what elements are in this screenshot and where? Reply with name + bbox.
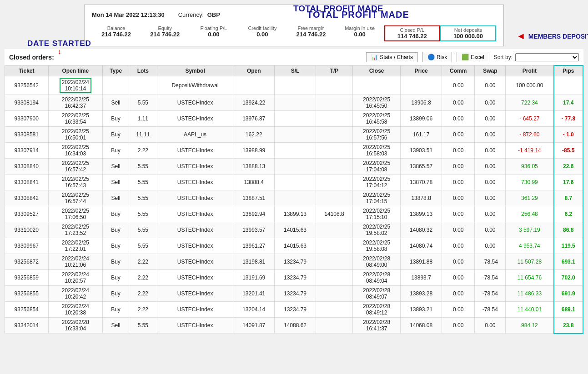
cell-price: 13870.78 (401, 175, 442, 190)
cell-tp (316, 143, 352, 159)
cell-pips: 119.5 (554, 238, 583, 254)
cell-price: 13903.51 (401, 143, 442, 159)
cell-pips: 23.8 (554, 318, 583, 334)
cell-tp: 14108.8 (316, 206, 352, 222)
col-sl: S/L (275, 65, 316, 76)
cell-price: 13893.21 (401, 302, 442, 318)
sort-select[interactable] (515, 53, 579, 61)
cell-profit: 100 000.00 (506, 76, 554, 95)
cell-ticket: 93308194 (5, 95, 49, 111)
top-panel: Mon 14 Mar 2022 12:13:30 Currency: GBP T… (84, 5, 504, 46)
stat-margin-in-use: Margin in use 0.00 (336, 25, 384, 38)
cell-comm: 0.00 (442, 254, 475, 270)
cell-symbol: Deposit/Withdrawal (157, 76, 233, 95)
currency-info: Currency: GBP (178, 11, 220, 18)
cell-type: Buy (103, 222, 129, 238)
table-row: 93308581 2022/02/2516:50:01 Buy 11.11 AA… (5, 127, 583, 143)
cell-tp (316, 254, 352, 270)
cell-open: 13198.81 (233, 254, 275, 270)
cell-close: 2022/02/2816:41:37 (353, 318, 401, 334)
cell-close (353, 76, 401, 95)
currency-label: Currency: (178, 11, 204, 18)
stat-net-deposits: Net deposits 100 000.00 (440, 25, 496, 41)
cell-swap: 0.00 (475, 127, 506, 143)
cell-ticket: 93307900 (5, 111, 49, 127)
cell-close: 2022/02/2808:49:12 (353, 302, 401, 318)
risk-button[interactable]: 🔵 Risk (422, 52, 452, 62)
cell-open-time: 2022/02/2410:20:42 (48, 286, 103, 302)
cell-lots: 2.22 (129, 286, 157, 302)
col-lots: Lots (129, 65, 157, 76)
stats-chart-icon: 📊 (371, 54, 378, 60)
table-row: 93308840 2022/02/2516:57:42 Sell 5.55 US… (5, 159, 583, 175)
table-row: 93309967 2022/02/2517:22:01 Buy 5.55 UST… (5, 238, 583, 254)
table-row: 93308194 2022/02/2516:42:37 Sell 5.55 US… (5, 95, 583, 111)
table-row: 93256859 2022/02/2410:20:57 Buy 2.22 UST… (5, 270, 583, 286)
cell-open-time: 2022/02/2516:33:54 (48, 111, 103, 127)
cell-lots: 5.55 (129, 95, 157, 111)
cell-swap: 0.00 (475, 222, 506, 238)
cell-type: Sell (103, 318, 129, 334)
cell-close: 2022/02/2516:58:03 (353, 143, 401, 159)
cell-profit: 11 440.01 (506, 302, 554, 318)
cell-ticket: 93309967 (5, 238, 49, 254)
stat-floating: Floating P/L 0.00 (189, 25, 238, 38)
col-ticket: Ticket (5, 65, 49, 76)
cell-pips: -85.5 (554, 143, 583, 159)
cell-tp (316, 318, 352, 334)
stats-row: Balance 214 746.22 Equity 214 746.22 Flo… (92, 25, 496, 41)
cell-sl (275, 111, 316, 127)
excel-button[interactable]: 🟩 Excel (457, 52, 489, 62)
cell-close: 2022/02/2516:45:58 (353, 111, 401, 127)
balance-value: 214 746.22 (92, 31, 141, 38)
table-row: 93256855 2022/02/2410:20:42 Buy 2.22 UST… (5, 286, 583, 302)
cell-open: 162.22 (233, 127, 275, 143)
cell-open-time: 2022/02/2516:57:42 (48, 159, 103, 175)
cell-ticket: 93308841 (5, 175, 49, 190)
cell-comm: 0.00 (442, 143, 475, 159)
cell-profit: 11 507.28 (506, 254, 554, 270)
cell-price: 14080.74 (401, 238, 442, 254)
cell-symbol: AAPL_us (157, 127, 233, 143)
cell-sl: 13234.79 (275, 286, 316, 302)
cell-close: 2022/02/2808:49:00 (353, 254, 401, 270)
stat-credit: Credit facility 0.00 (238, 25, 286, 38)
cell-tp (316, 286, 352, 302)
cell-price: 13899.13 (401, 206, 442, 222)
table-row: 93307914 2022/02/2516:34:03 Buy 2.22 UST… (5, 143, 583, 159)
cell-open-time: 2022/02/2410:10:14 (48, 76, 103, 95)
cell-lots: 5.55 (129, 238, 157, 254)
stats-charts-button[interactable]: 📊 Stats / Charts (366, 52, 418, 62)
cell-tp (316, 76, 352, 95)
cell-profit: 3 597.19 (506, 222, 554, 238)
cell-tp (316, 302, 352, 318)
cell-open-time: 2022/02/2517:23:52 (48, 222, 103, 238)
cell-close: 2022/02/2517:15:10 (353, 206, 401, 222)
cell-comm: 0.00 (442, 238, 475, 254)
cell-sl: 14088.62 (275, 318, 316, 334)
cell-lots: 5.55 (129, 206, 157, 222)
cell-profit: 11 654.76 (506, 270, 554, 286)
cell-type: Buy (103, 111, 129, 127)
cell-open: 13191.69 (233, 270, 275, 286)
table-row: 93309527 2022/02/2517:06:50 Buy 5.55 UST… (5, 206, 583, 222)
cell-swap: -78.54 (475, 286, 506, 302)
cell-symbol: USTECHIndex (157, 238, 233, 254)
cell-open: 13887.51 (233, 190, 275, 206)
cell-open: 13976.87 (233, 111, 275, 127)
closed-orders-area: DATE STARTED ↓ Closed orders: (9, 54, 54, 61)
col-price: Price (401, 65, 442, 76)
cell-close: 2022/02/2519:58:02 (353, 222, 401, 238)
cell-symbol: USTECHIndex (157, 143, 233, 159)
cell-swap: 0.00 (475, 143, 506, 159)
cell-type: Buy (103, 127, 129, 143)
datetime: Mon 14 Mar 2022 12:13:30 (92, 11, 165, 18)
cell-comm: 0.00 (442, 206, 475, 222)
cell-open-time: 2022/02/2516:34:03 (48, 143, 103, 159)
cell-type: Buy (103, 238, 129, 254)
members-annotation: MEMBERS DEPOSITS MADE (528, 33, 588, 40)
cell-sl (275, 76, 316, 95)
cell-symbol: USTECHIndex (157, 206, 233, 222)
cell-pips: 17.4 (554, 95, 583, 111)
cell-swap: 0.00 (475, 159, 506, 175)
